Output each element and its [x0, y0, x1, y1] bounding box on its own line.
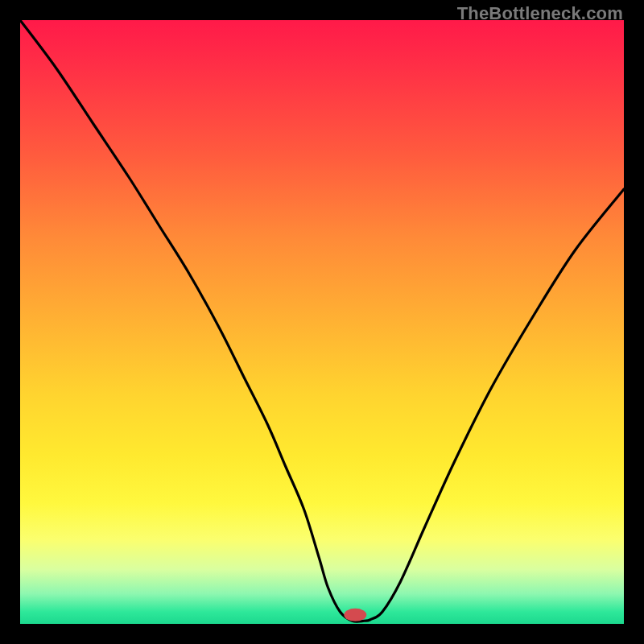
bottleneck-curve — [20, 20, 624, 621]
chart-frame: TheBottleneck.com — [0, 0, 644, 644]
optimum-marker — [344, 609, 366, 621]
watermark-text: TheBottleneck.com — [457, 3, 623, 24]
curve-layer — [20, 20, 624, 624]
plot-area — [20, 20, 624, 624]
